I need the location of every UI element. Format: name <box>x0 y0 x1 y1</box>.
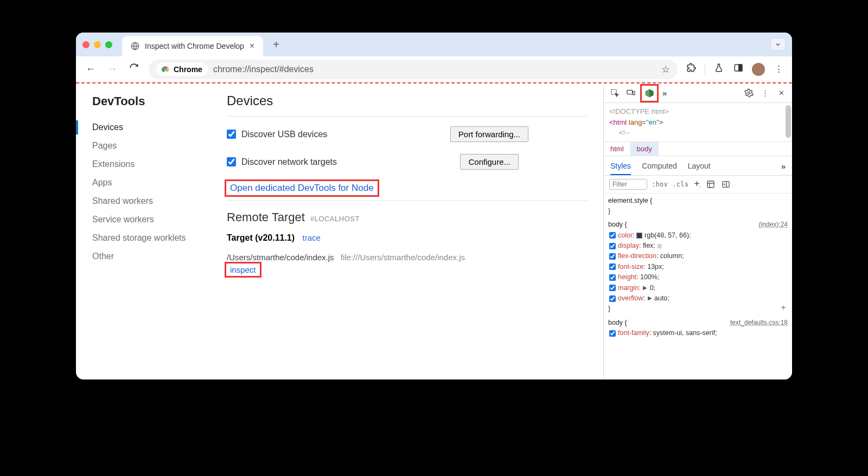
sidebar-item-devices[interactable]: Devices <box>92 118 212 137</box>
url-text: chrome://inspect/#devices <box>213 65 656 74</box>
sidebar-item-shared-storage-worklets[interactable]: Shared storage worklets <box>92 229 212 247</box>
discover-network-label: Discover network targets <box>241 157 337 167</box>
rule-source-2[interactable]: text_defaults.css:18 <box>730 318 788 328</box>
elements-scrollbar[interactable] <box>786 105 791 138</box>
sidebar-item-shared-workers[interactable]: Shared workers <box>92 192 212 210</box>
style-prop-toggle[interactable] <box>609 232 616 239</box>
window-minimize-button[interactable] <box>94 41 101 48</box>
open-node-devtools-link[interactable]: Open dedicated DevTools for Node <box>227 182 377 195</box>
style-declaration[interactable]: color: rgb(48, 57, 66); <box>608 230 788 241</box>
computed-styles-icon[interactable] <box>705 179 716 190</box>
devtools-toolbar: » ⋮ ✕ <box>604 83 792 103</box>
style-prop-toggle[interactable] <box>609 263 616 270</box>
new-style-rule-icon[interactable] <box>693 179 701 189</box>
window-zoom-button[interactable] <box>105 41 112 48</box>
hov-toggle[interactable]: :hov <box>652 181 668 188</box>
styles-filter-row: :hov .cls <box>604 176 792 194</box>
style-prop-toggle[interactable] <box>609 330 616 337</box>
inspect-sidebar: DevTools DevicesPagesExtensionsAppsShare… <box>76 83 212 379</box>
inspect-link[interactable]: inspect <box>227 264 259 275</box>
sidebar-item-other[interactable]: Other <box>92 247 212 266</box>
style-declaration[interactable]: height: 100%; <box>608 272 788 282</box>
window-close-button[interactable] <box>82 41 90 48</box>
node-devtools-icon[interactable] <box>642 86 657 101</box>
divider <box>227 200 588 201</box>
port-forwarding-button[interactable]: Port forwarding... <box>450 126 528 142</box>
svg-rect-13 <box>707 181 714 188</box>
titlebar: Inspect with Chrome Develop × + <box>76 33 792 56</box>
site-chip[interactable]: Chrome <box>156 63 208 76</box>
tabs-overflow-icon[interactable]: » <box>781 159 786 175</box>
styles-tabs: Styles Computed Layout » <box>604 156 792 176</box>
profile-avatar[interactable] <box>752 63 765 76</box>
breadcrumb: html body <box>604 141 792 156</box>
styles-filter-input[interactable] <box>609 179 647 190</box>
back-button[interactable]: ← <box>84 63 98 75</box>
styles-pane[interactable]: element.style { } (index):24 body { colo… <box>604 194 792 380</box>
tab-layout[interactable]: Layout <box>688 159 711 175</box>
configure-button[interactable]: Configure... <box>460 154 519 170</box>
style-prop-toggle[interactable] <box>609 243 616 249</box>
svg-rect-6 <box>739 65 742 71</box>
rule-source[interactable]: (index):24 <box>759 220 788 230</box>
extensions-icon[interactable] <box>685 63 697 75</box>
tab-styles[interactable]: Styles <box>610 159 631 175</box>
elements-code[interactable]: <!DOCTYPE html> <html lang="en"> <!-- <box>604 103 792 141</box>
style-declaration[interactable]: flex-direction: column; <box>608 251 788 261</box>
body-rule-2: text_defaults.css:18 body { font-family:… <box>608 318 788 339</box>
address-bar[interactable]: Chrome chrome://inspect/#devices ☆ <box>149 60 678 79</box>
style-prop-toggle[interactable] <box>609 285 616 291</box>
sidebar-item-pages[interactable]: Pages <box>92 137 212 155</box>
device-toolbar-icon[interactable] <box>626 88 636 99</box>
labs-icon[interactable] <box>713 63 725 75</box>
forward-button[interactable]: → <box>105 63 119 75</box>
discover-network-row: Discover network targets Configure... <box>227 154 588 170</box>
cls-toggle[interactable]: .cls <box>672 181 688 188</box>
trace-link[interactable]: trace <box>303 233 321 242</box>
devtools-menu-icon[interactable]: ⋮ <box>760 88 770 99</box>
window-dropdown-button[interactable] <box>770 38 786 51</box>
devtools-close-icon[interactable]: ✕ <box>776 88 787 99</box>
chrome-icon <box>162 65 170 74</box>
reload-button[interactable] <box>127 63 141 75</box>
new-tab-button[interactable]: + <box>273 38 279 51</box>
doctype-line: <!DOCTYPE html> <box>609 106 787 117</box>
side-panel-icon[interactable] <box>732 63 744 75</box>
discover-usb-checkbox[interactable] <box>227 130 236 139</box>
style-declaration[interactable]: display: flex;▦ <box>608 241 788 251</box>
target-row: Target (v20.11.1) trace <box>227 233 588 243</box>
style-declaration[interactable]: margin: ▶ 0; <box>608 283 788 293</box>
toolbar-separator <box>705 63 705 75</box>
sidebar-item-extensions[interactable]: Extensions <box>92 155 212 173</box>
devtools-panel: » ⋮ ✕ <!DOCTYPE html> <html lang="en"> <… <box>603 83 792 379</box>
discover-network-checkbox[interactable] <box>227 157 236 166</box>
discover-usb-row: Discover USB devices Port forwarding... <box>227 126 588 142</box>
style-prop-toggle[interactable] <box>609 295 616 302</box>
panel-overflow-icon[interactable]: » <box>662 88 667 98</box>
sidebar-item-service-workers[interactable]: Service workers <box>92 210 212 229</box>
browser-tab[interactable]: Inspect with Chrome Develop × <box>122 36 263 56</box>
style-declaration[interactable]: overflow: ▶ auto; <box>608 293 788 304</box>
breadcrumb-html[interactable]: html <box>604 142 630 156</box>
sidebar-item-apps[interactable]: Apps <box>92 173 212 192</box>
style-declaration[interactable]: font-size: 13px; <box>608 262 788 272</box>
toggle-sidebar-icon[interactable] <box>720 179 731 190</box>
comment-line: <!-- <box>609 127 787 138</box>
style-prop-toggle[interactable] <box>609 274 616 281</box>
breadcrumb-body[interactable]: body <box>630 142 659 156</box>
tab-title: Inspect with Chrome Develop <box>145 42 244 50</box>
globe-icon <box>130 41 141 52</box>
browser-window: Inspect with Chrome Develop × + ← → Chro… <box>76 33 792 379</box>
sidebar-title: DevTools <box>92 94 212 108</box>
settings-gear-icon[interactable] <box>743 88 754 99</box>
style-prop-toggle[interactable] <box>609 253 616 260</box>
style-declaration[interactable]: font-family: system-ui, sans-serif; <box>608 328 788 338</box>
page-heading: Devices <box>227 93 588 108</box>
tab-close-button[interactable]: × <box>248 41 256 51</box>
site-chip-label: Chrome <box>174 65 202 74</box>
inspect-element-icon[interactable] <box>609 88 620 99</box>
bookmark-icon[interactable]: ☆ <box>661 63 670 75</box>
add-property-icon[interactable]: ＋ <box>779 301 788 314</box>
browser-menu-icon[interactable]: ⋮ <box>773 63 784 75</box>
tab-computed[interactable]: Computed <box>642 159 677 175</box>
